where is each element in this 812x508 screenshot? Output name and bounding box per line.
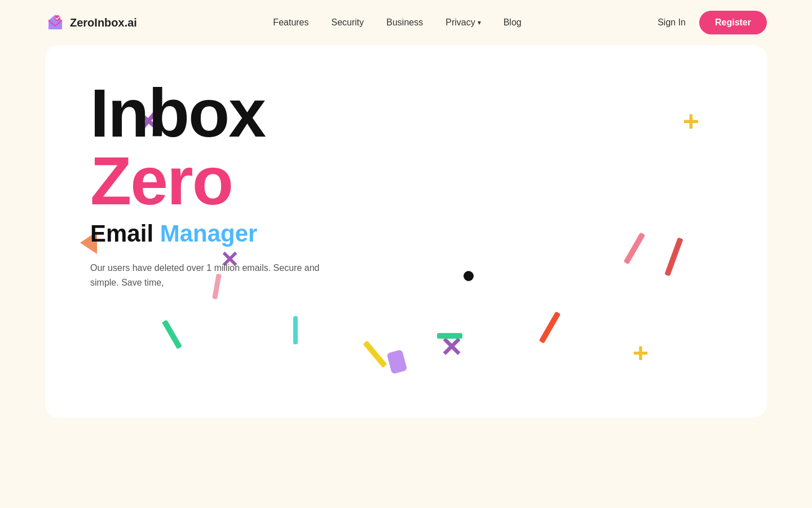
nav-item-security[interactable]: Security <box>332 17 364 28</box>
navbar: ZeroInbox.ai Features Security Business … <box>0 0 812 45</box>
decoration-dot-black <box>464 271 474 281</box>
decoration-stick-cyan <box>293 316 298 344</box>
hero-card: Inbox Zero Email Manager Our users have … <box>45 45 767 418</box>
decoration-rect-green <box>437 333 462 339</box>
logo-icon <box>45 12 65 33</box>
register-button[interactable]: Register <box>699 11 767 34</box>
sign-in-button[interactable]: Sign In <box>657 17 686 28</box>
nav-item-business[interactable]: Business <box>386 17 423 28</box>
hero-headline-inbox: Inbox <box>90 79 406 147</box>
hero-headline-zero: Zero <box>90 147 406 214</box>
logo[interactable]: ZeroInbox.ai <box>45 12 137 33</box>
decoration-stick-pink-1 <box>624 233 646 265</box>
hero-subtitle-plain: Email <box>90 220 153 247</box>
hero-subtitle: Email Manager <box>90 220 406 247</box>
logo-text: ZeroInbox.ai <box>70 16 137 29</box>
nav-item-features[interactable]: Features <box>273 17 308 28</box>
chevron-down-icon: ▾ <box>478 19 481 27</box>
hero-text-block: Inbox Zero Email Manager Our users have … <box>90 79 406 290</box>
decoration-plus-yellow-bottom: + <box>633 340 648 367</box>
decoration-stick-green <box>162 319 182 349</box>
nav-item-privacy[interactable]: Privacy ▾ <box>445 17 480 28</box>
decoration-plus-yellow-top: + <box>683 107 699 135</box>
decoration-stick-yellow-1 <box>363 340 387 368</box>
hero-subtitle-highlight: Manager <box>160 220 258 247</box>
nav-links: Features Security Business Privacy ▾ Blo… <box>273 17 521 28</box>
nav-item-blog[interactable]: Blog <box>504 17 522 28</box>
decoration-stick-orange <box>539 312 561 344</box>
decoration-blob-purple <box>387 349 408 374</box>
decoration-stick-red-1 <box>664 237 683 276</box>
hero-wrapper: Inbox Zero Email Manager Our users have … <box>0 45 812 452</box>
nav-right: Sign In Register <box>657 11 767 34</box>
hero-description: Our users have deleted over 1 million em… <box>90 261 327 290</box>
